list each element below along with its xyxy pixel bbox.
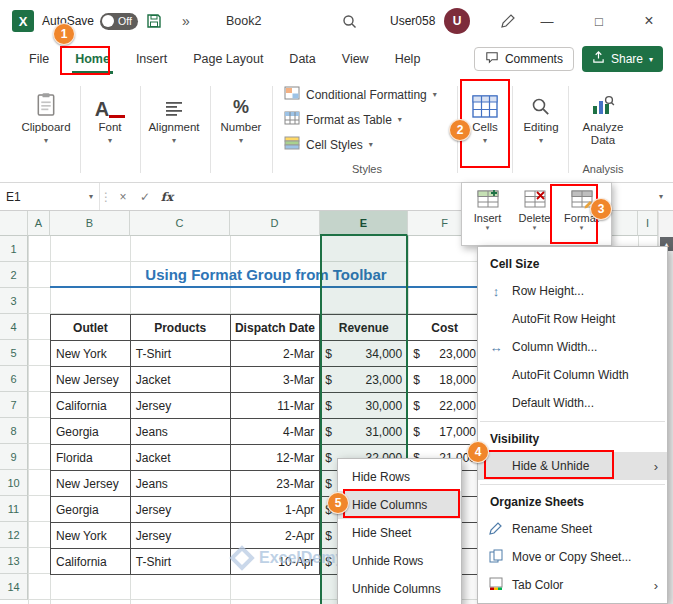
cell-revenue[interactable]: $30,000 <box>320 393 408 419</box>
tab-file[interactable]: File <box>16 42 62 76</box>
cell-date[interactable]: 1-Apr <box>231 497 321 523</box>
cell-product[interactable]: Jacket <box>131 367 231 393</box>
cell-outlet[interactable]: New Jersey <box>51 471 131 497</box>
menu-item-unhide-rows[interactable]: Unhide Rows <box>338 547 461 575</box>
row-header-7[interactable]: 7 <box>0 392 28 418</box>
tab-page-layout[interactable]: Page Layout <box>180 42 276 76</box>
cell-outlet[interactable]: Florida <box>51 445 131 471</box>
cell-product[interactable]: Jersey <box>131 497 231 523</box>
cell-revenue[interactable]: $31,000 <box>320 419 408 445</box>
row-header-9[interactable]: 9 <box>0 444 28 470</box>
cell-product[interactable]: Jacket <box>131 445 231 471</box>
format-as-table-button[interactable]: Format as Table ▾ <box>278 107 456 132</box>
tab-view[interactable]: View <box>329 42 382 76</box>
tab-data[interactable]: Data <box>276 42 328 76</box>
editing-group-button[interactable]: Editing ▾ <box>516 76 566 182</box>
cell-cost[interactable]: $23,000 <box>408 341 482 367</box>
cell-styles-button[interactable]: Cell Styles ▾ <box>278 132 456 157</box>
cell-cost[interactable]: $17,000 <box>408 419 482 445</box>
cell-product[interactable]: T-Shirt <box>131 341 231 367</box>
cell-product[interactable]: T-Shirt <box>131 549 231 575</box>
minimize-button[interactable]: — <box>532 0 562 42</box>
row-header-10[interactable]: 10 <box>0 470 28 496</box>
cell-revenue[interactable]: $34,000 <box>320 341 408 367</box>
cell-cost[interactable]: $18,000 <box>408 367 482 393</box>
number-group-button[interactable]: % Number ▾ <box>216 76 266 182</box>
comments-button[interactable]: Comments <box>474 47 574 71</box>
menu-item-row-height[interactable]: ↕ Row Height... <box>478 277 667 305</box>
row-header-3[interactable]: 3 <box>0 288 28 314</box>
row-header-4[interactable]: 4 <box>0 314 28 340</box>
menu-item-hide-unhide[interactable]: Hide & Unhide › <box>478 452 667 480</box>
conditional-formatting-button[interactable]: Conditional Formatting ▾ <box>278 82 456 107</box>
row-header-8[interactable]: 8 <box>0 418 28 444</box>
autosave-control[interactable]: AutoSave Off <box>42 0 138 42</box>
cell-date[interactable]: 11-Mar <box>231 393 321 419</box>
row-header-2[interactable]: 2 <box>0 262 28 288</box>
row-header-5[interactable]: 5 <box>0 340 28 366</box>
row-header-1[interactable]: 1 <box>0 236 28 262</box>
cell-outlet[interactable]: California <box>51 393 131 419</box>
column-header-e-selected[interactable]: E <box>320 211 408 236</box>
cell-outlet[interactable]: Georgia <box>51 497 131 523</box>
menu-item-move-or-copy-sheet[interactable]: Move or Copy Sheet... <box>478 543 667 571</box>
cell-product[interactable]: Jersey <box>131 393 231 419</box>
alignment-group-button[interactable]: Alignment ▾ <box>145 76 203 182</box>
pen-icon[interactable] <box>500 0 515 42</box>
tab-insert[interactable]: Insert <box>123 42 180 76</box>
enter-icon[interactable]: ✓ <box>134 190 156 204</box>
row-header-12[interactable]: 12 <box>0 522 28 548</box>
column-header-a[interactable]: A <box>28 211 50 236</box>
cell-date[interactable]: 2-Mar <box>231 341 321 367</box>
autosave-toggle[interactable]: Off <box>100 13 138 30</box>
menu-item-column-width[interactable]: ↔ Column Width... <box>478 333 667 361</box>
cancel-icon[interactable]: × <box>112 190 134 204</box>
cell-outlet[interactable]: New Jersey <box>51 367 131 393</box>
user-name[interactable]: User058 <box>390 0 435 42</box>
column-header-i[interactable]: I <box>638 211 658 236</box>
cell-product[interactable]: Jeans <box>131 471 231 497</box>
share-button[interactable]: Share ▾ <box>582 46 663 72</box>
cell-revenue[interactable]: $23,000 <box>320 367 408 393</box>
row-header-13[interactable]: 13 <box>0 548 28 574</box>
name-box[interactable]: E1 ▾ <box>0 183 100 210</box>
tab-help[interactable]: Help <box>382 42 434 76</box>
cell-outlet[interactable]: New York <box>51 523 131 549</box>
avatar[interactable]: U <box>444 0 470 42</box>
cell-date[interactable]: 2-Apr <box>231 523 321 549</box>
column-header-b[interactable]: B <box>50 211 130 236</box>
cells-group-button[interactable]: Cells ▾ <box>461 76 509 182</box>
menu-item-hide-sheet[interactable]: Hide Sheet <box>338 519 461 547</box>
formula-bar-expand-icon[interactable]: ▾ <box>649 192 673 201</box>
delete-button[interactable]: Delete ▾ <box>511 186 558 242</box>
menu-item-rename-sheet[interactable]: Rename Sheet <box>478 515 667 543</box>
row-header-11[interactable]: 11 <box>0 496 28 522</box>
menu-item-hide-rows[interactable]: Hide Rows <box>338 463 461 491</box>
excel-logo-icon[interactable]: X <box>12 0 34 42</box>
column-header-c[interactable]: C <box>130 211 230 236</box>
cell-date[interactable]: 12-Mar <box>231 445 321 471</box>
close-button[interactable]: × <box>634 0 664 42</box>
analyze-data-button[interactable]: Analyze Data Analysis <box>572 76 634 182</box>
row-header-6[interactable]: 6 <box>0 366 28 392</box>
cell-outlet[interactable]: California <box>51 549 131 575</box>
font-group-button[interactable]: A Font ▾ <box>86 76 134 182</box>
column-header-d[interactable]: D <box>230 211 320 236</box>
insert-button[interactable]: Insert ▾ <box>464 186 511 242</box>
insert-function-button[interactable]: fx <box>156 190 178 204</box>
menu-item-hide-columns[interactable]: Hide Columns <box>338 491 461 519</box>
sheet-title-cell[interactable]: Using Format Group from Toolbar <box>50 262 482 288</box>
formula-bar-handle-icon[interactable]: ⋮ <box>100 190 112 204</box>
cell-date[interactable]: 3-Mar <box>231 367 321 393</box>
menu-item-autofit-column-width[interactable]: AutoFit Column Width <box>478 361 667 389</box>
clipboard-group-button[interactable]: Clipboard ▾ <box>16 76 76 182</box>
tab-home[interactable]: Home <box>62 42 123 76</box>
cell-date[interactable]: 4-Mar <box>231 419 321 445</box>
menu-item-default-width[interactable]: Default Width... <box>478 389 667 417</box>
menu-item-autofit-row-height[interactable]: AutoFit Row Height <box>478 305 667 333</box>
format-button[interactable]: Format ▾ <box>558 186 605 242</box>
header-revenue[interactable]: Revenue <box>320 315 408 341</box>
save-icon[interactable] <box>146 0 162 42</box>
menu-item-tab-color[interactable]: Tab Color › <box>478 571 667 599</box>
cell-outlet[interactable]: Georgia <box>51 419 131 445</box>
